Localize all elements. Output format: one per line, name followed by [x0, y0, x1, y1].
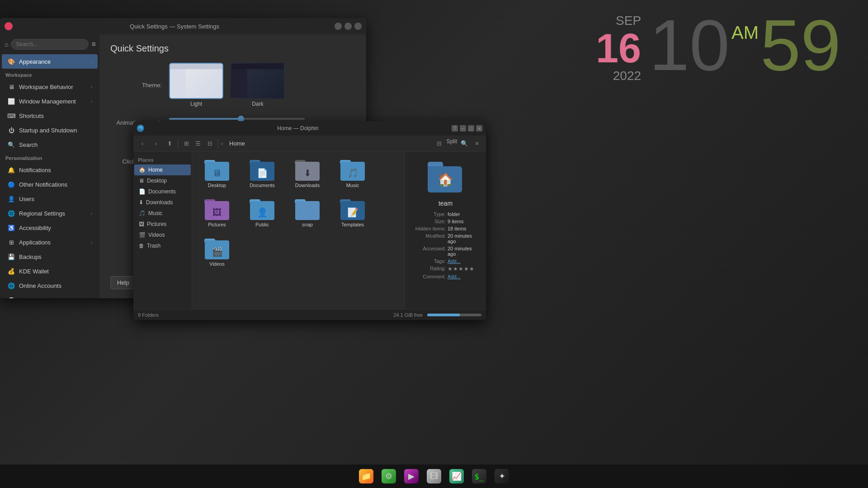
tags-val[interactable]: Add...	[448, 258, 461, 264]
sidebar-item-startup-shutdown[interactable]: ⏻ Startup and Shutdown	[2, 123, 98, 137]
file-item-public[interactable]: 👤 Public	[242, 196, 283, 230]
clock-widget: SEP 16 2022 10 AM 59	[596, 9, 841, 83]
file-item-pictures[interactable]: 🖼 Pictures	[197, 196, 237, 230]
online-accounts-icon: 🌐	[7, 282, 15, 290]
taskbar-misc[interactable]: ✦	[492, 467, 511, 486]
place-music[interactable]: 🎵 Music	[134, 208, 191, 219]
sidebar-item-user-feedback[interactable]: 💬 User Feedback	[2, 293, 98, 298]
sidebar-item-shortcuts-label: Shortcuts	[19, 113, 44, 119]
sidebar-item-kde-wallet-label: KDE Wallet	[19, 268, 49, 275]
rating-val[interactable]: ★★★★★	[448, 266, 475, 272]
size-val: 9 items	[448, 219, 481, 224]
info-table: Type: folder Size: 9 items Hidden items:…	[410, 211, 481, 280]
theme-label: Theme:	[110, 82, 169, 89]
search-input[interactable]	[11, 39, 89, 50]
dolphin-minimize-button[interactable]: ─	[460, 125, 466, 131]
place-videos[interactable]: 🎬 Videos	[134, 230, 191, 240]
maximize-button[interactable]: □	[344, 23, 352, 30]
toolbar-view-buttons: ⊞ ☰ ⊟	[181, 138, 215, 149]
toolbar-divider-2	[218, 139, 218, 148]
window-management-icon: ⬜	[7, 97, 15, 105]
theme-option-light[interactable]: Light	[169, 63, 223, 107]
file-item-downloads[interactable]: ⬇ Downloads	[287, 156, 328, 191]
taskbar-graph[interactable]: 📈	[447, 467, 466, 486]
folder-body-public: 👤	[250, 201, 274, 220]
split-button[interactable]: ⊟	[434, 138, 445, 149]
storage-fill	[427, 314, 460, 316]
sidebar-item-regional[interactable]: 🌐 Regional Settings ›	[2, 206, 98, 221]
taskbar-terminal[interactable]: $_	[470, 467, 489, 486]
desktop-folder-icon: 🖥	[212, 168, 222, 178]
sidebar-item-workspace-behavior[interactable]: 🖥 Workspace Behavior ›	[2, 80, 98, 94]
sidebar-item-other-notifications[interactable]: 🔵 Other Notifications	[2, 177, 98, 192]
nav-up-button[interactable]: ⬆	[164, 138, 175, 149]
taskbar-kde-gear[interactable]: ⚙	[379, 467, 398, 486]
dolphin-info-panel: 🏠 team Type: folder Size: 9 items Hidden…	[405, 152, 486, 309]
place-documents[interactable]: 📄 Documents	[134, 186, 191, 197]
sidebar-item-shortcuts[interactable]: ⌨ Shortcuts	[2, 108, 98, 123]
dolphin-close-button[interactable]: ✕	[476, 125, 482, 131]
dolphin-places-sidebar: Places 🏠 Home 🖥 Desktop 📄 Documents ⬇ Do…	[133, 152, 192, 309]
sidebar-home-button[interactable]: ⌂	[5, 38, 8, 51]
sidebar-menu-icon[interactable]: ≡	[91, 40, 95, 48]
sidebar-item-appearance[interactable]: 🎨 Appearance ›	[2, 54, 98, 69]
place-downloads[interactable]: ⬇ Downloads	[134, 197, 191, 208]
folder-icon-templates: 📝	[340, 198, 365, 220]
folder-icon-desktop: 🖥	[204, 159, 230, 181]
sidebar-item-accessibility[interactable]: ♿ Accessibility	[2, 221, 98, 235]
file-name-videos: Videos	[209, 261, 224, 267]
minimize-button[interactable]: ─	[335, 23, 342, 30]
place-trash[interactable]: 🗑 Trash	[134, 240, 191, 251]
file-item-snap[interactable]: snap	[287, 196, 328, 230]
sidebar-item-window-management[interactable]: ⬜ Window Management ›	[2, 94, 98, 108]
wb-arrow: ›	[91, 84, 92, 89]
place-desktop[interactable]: 🖥 Desktop	[134, 175, 191, 186]
close-button[interactable]: ✕	[354, 23, 362, 30]
taskbar-files[interactable]: 📁	[357, 467, 376, 486]
dark-theme-preview	[231, 63, 285, 99]
toolbar-divider-1	[178, 139, 178, 148]
sidebar-item-kde-wallet[interactable]: 💰 KDE Wallet	[2, 264, 98, 278]
public-folder-icon: 👤	[257, 207, 268, 218]
search-button[interactable]: 🔍	[459, 138, 470, 149]
taskbar-video[interactable]: 🎞	[425, 467, 443, 486]
folder-icon-videos: 🎬	[204, 238, 230, 259]
view-compact-button[interactable]: ⊟	[204, 138, 215, 149]
theme-row: Theme: Light Dark	[110, 63, 355, 107]
comment-val[interactable]: Add...	[448, 274, 461, 279]
file-item-documents[interactable]: 📄 Documents	[242, 156, 283, 191]
taskbar-media[interactable]: ▶	[402, 467, 421, 486]
window-title: Quick Settings — System Settings	[14, 23, 335, 30]
place-home[interactable]: 🏠 Home	[134, 164, 191, 175]
menu-button[interactable]: ≡	[472, 138, 482, 149]
sidebar-item-backups[interactable]: 💾 Backups	[2, 249, 98, 264]
sidebar-item-notifications[interactable]: 🔔 Notifications	[2, 163, 98, 177]
music-folder-icon: 🎵	[347, 168, 359, 178]
nav-back-button[interactable]: ‹	[137, 138, 148, 149]
nav-forward-button[interactable]: ›	[151, 138, 161, 149]
view-list-button[interactable]: ☰	[193, 138, 203, 149]
dolphin-maximize-button[interactable]: □	[468, 125, 474, 131]
split-label: Split	[447, 138, 457, 149]
location-bar: Home	[226, 140, 431, 147]
workspace-section-label: Workspace	[0, 69, 99, 80]
dolphin-help-button[interactable]: ?	[452, 125, 458, 131]
file-item-videos[interactable]: 🎬 Videos	[197, 235, 237, 270]
regional-icon: 🌐	[7, 209, 15, 217]
place-pictures[interactable]: 🖼 Pictures	[134, 219, 191, 230]
sidebar-item-applications[interactable]: ⊞ Applications ›	[2, 235, 98, 249]
view-icons-button[interactable]: ⊞	[181, 138, 192, 149]
dolphin-statusbar: 9 Folders 24.1 GiB free	[133, 309, 486, 320]
sidebar-item-online-accounts[interactable]: 🌐 Online Accounts	[2, 278, 98, 293]
file-item-music[interactable]: 🎵 Music	[332, 156, 373, 191]
help-button[interactable]: Help	[110, 276, 136, 289]
info-house-icon: 🏠	[438, 172, 453, 187]
info-row-comment: Comment: Add...	[410, 273, 481, 280]
sidebar-item-search[interactable]: 🔍 Search	[2, 137, 98, 152]
backups-icon: 💾	[7, 253, 15, 261]
taskbar-video-icon: 🎞	[427, 469, 441, 483]
file-item-desktop[interactable]: 🖥 Desktop	[197, 156, 237, 191]
file-item-templates[interactable]: 📝 Templates	[332, 196, 373, 230]
sidebar-item-users[interactable]: 👤 Users	[2, 192, 98, 206]
theme-option-dark[interactable]: Dark	[231, 63, 285, 107]
